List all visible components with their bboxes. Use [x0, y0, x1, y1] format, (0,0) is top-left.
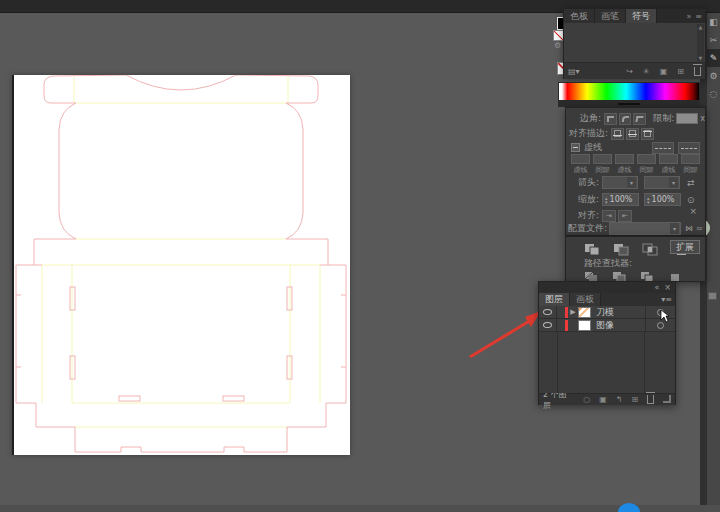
dash-preset-2-button[interactable] — [678, 142, 700, 154]
visibility-eye-icon[interactable] — [543, 322, 552, 328]
dashed-line-label: 虚线 — [584, 141, 602, 154]
arrowhead-end-dropdown[interactable]: ▾ — [644, 176, 680, 189]
layers-panel: « × 图层 画板 ▾≡ ▶ 刀模 图像 2 个图层 ○ ▣ ↰ ⊞ — [538, 281, 676, 405]
mouse-cursor — [660, 309, 670, 323]
resize-grip[interactable] — [663, 395, 671, 403]
swatch-panel-icon[interactable]: ◧ — [707, 13, 720, 31]
brush-panel-icon[interactable]: ✎ — [707, 49, 720, 67]
layer-thumbnail[interactable] — [578, 307, 591, 318]
new-sublayer-icon[interactable]: ↰ — [616, 395, 623, 404]
expand-button[interactable]: 扩展 — [670, 240, 700, 254]
pathfinder-panel: 扩展 路径查找器: — [565, 236, 706, 282]
stroke-panel: 边角: 限制: x 对齐描边: 虚线 虚线 间隙 虚线 间隙 虚线 间隙 箭头: — [565, 107, 706, 236]
close-icon[interactable]: × — [664, 283, 671, 292]
align-stroke-label: 对齐描边: — [569, 127, 608, 140]
layers-titlebar: « × — [539, 282, 675, 293]
dash-preset-1-button[interactable] — [652, 142, 674, 154]
layer-name[interactable]: 刀模 — [596, 306, 645, 319]
color-spectrum[interactable] — [558, 82, 700, 101]
symbols-footer: ▤▾ ↪ ✳ ▣ ⊞ — [564, 62, 705, 79]
dash-field-label: 虚线 — [571, 165, 590, 175]
arrowhead-start-dropdown[interactable]: ▾ — [602, 176, 638, 189]
dash-input-2[interactable] — [615, 154, 634, 164]
dash-field-label: 间隙 — [681, 165, 700, 175]
link-scale-icon[interactable]: ⊙ — [687, 195, 695, 205]
align-stroke-center-button[interactable] — [611, 128, 624, 140]
intersect-shape-icon[interactable] — [642, 243, 658, 256]
align-arrow-label: 对齐: — [578, 209, 599, 222]
align-arrow-end-button[interactable]: ⇤ — [618, 210, 632, 222]
gap-input-1[interactable] — [593, 154, 612, 164]
layers-statusbar: 2 个图层 ○ ▣ ↰ ⊞ — [539, 393, 675, 405]
gap-input-3[interactable] — [681, 154, 700, 164]
symbols-list[interactable]: ▲ ▼ — [564, 23, 705, 62]
scroll-down-icon[interactable]: ▼ — [699, 55, 703, 61]
collapse-icon[interactable]: « — [654, 283, 659, 292]
dash-field-label: 间隙 — [637, 165, 656, 175]
status-bar — [0, 505, 720, 512]
symbol-options-icon[interactable]: ▣ — [660, 67, 668, 76]
scroll-up-icon[interactable]: ▲ — [699, 24, 703, 30]
align-arrow-tip-button[interactable]: ⇥ — [602, 210, 616, 222]
gear-icon: ⚙ — [554, 41, 561, 50]
break-link-icon[interactable]: ✳ — [643, 67, 650, 76]
align-stroke-inside-button[interactable] — [626, 128, 639, 140]
profile-dropdown[interactable]: ▾ — [609, 222, 681, 235]
arrow-scale-start-stepper[interactable]: ▴▾100% — [602, 193, 639, 206]
arrow-scale-end-stepper[interactable]: ▴▾100% — [644, 193, 681, 206]
panel-tabs: 色板 画笔 符号 » ≡ — [564, 9, 705, 23]
layer-row-image[interactable]: 图像 — [539, 319, 675, 332]
collapsed-panel-icon[interactable] — [708, 292, 717, 300]
panel-group-symbols: 色板 画笔 符号 » ≡ ▲ ▼ ▤▾ ↪ ✳ ▣ ⊞ — [563, 8, 706, 79]
miter-join-button[interactable] — [604, 113, 617, 125]
gear-panel-icon[interactable]: ⚙ — [707, 67, 720, 85]
layer-name[interactable]: 图像 — [596, 319, 645, 332]
dash-field-label: 虚线 — [659, 165, 678, 175]
corner-label: 边角: — [580, 112, 601, 125]
dashed-line-checkbox[interactable] — [571, 143, 580, 152]
panel-menu-icon[interactable]: ≡ — [695, 12, 702, 21]
flip-across-icon[interactable]: ⋈ — [685, 224, 693, 233]
place-symbol-icon[interactable]: ↪ — [626, 67, 633, 76]
minus-front-shape-icon[interactable] — [613, 243, 629, 256]
layer-thumbnail[interactable] — [578, 320, 591, 331]
clipping-mask-icon[interactable]: ▣ — [599, 395, 607, 404]
unite-shape-icon[interactable] — [584, 243, 600, 256]
expand-caret-icon[interactable]: ▶ — [568, 308, 578, 316]
miter-limit-input[interactable] — [676, 113, 698, 124]
gap-input-2[interactable] — [637, 154, 656, 164]
tab-layers[interactable]: 图层 — [539, 293, 570, 306]
limit-label: 限制: — [653, 112, 674, 125]
layer-row-diecut[interactable]: ▶ 刀模 — [539, 306, 675, 319]
delete-layer-icon[interactable] — [647, 395, 654, 404]
arrowheads-label: 箭头: — [578, 176, 599, 189]
bevel-join-button[interactable] — [633, 113, 646, 125]
tab-swatches[interactable]: 色板 — [564, 9, 595, 23]
tab-symbols[interactable]: 符号 — [626, 9, 657, 23]
close-icon[interactable]: × — [689, 206, 697, 216]
locate-object-icon[interactable]: ○ — [583, 395, 590, 404]
round-join-button[interactable] — [619, 113, 632, 125]
dash-input-3[interactable] — [659, 154, 678, 164]
align-stroke-outside-button[interactable] — [641, 128, 654, 140]
symbols-scrollbar[interactable]: ▲ ▼ — [697, 24, 704, 61]
symbol-libraries-icon[interactable]: ▤▾ — [568, 67, 580, 76]
flip-along-icon[interactable]: ≈ — [696, 224, 703, 233]
new-symbol-icon[interactable]: ⊞ — [677, 67, 684, 76]
visibility-eye-icon[interactable] — [543, 309, 552, 315]
layer-color-bar — [565, 320, 568, 331]
swap-arrowheads-icon[interactable]: ⇄ — [687, 178, 695, 188]
dash-input-1[interactable] — [571, 154, 590, 164]
scissors-tool-icon[interactable]: ✂ — [707, 31, 720, 49]
panel-dock: ◧ ✂ ✎ ⚙ ◌ — [707, 13, 720, 505]
tab-artboards[interactable]: 画板 — [570, 293, 601, 306]
artboard[interactable] — [12, 75, 350, 455]
delete-symbol-icon[interactable] — [694, 67, 701, 76]
scale-label: 缩放: — [578, 193, 599, 206]
circle-panel-icon[interactable]: ◌ — [707, 85, 720, 103]
panel-menu-icon[interactable]: ▾≡ — [661, 295, 672, 304]
new-layer-icon[interactable]: ⊞ — [631, 395, 638, 404]
tab-brushes[interactable]: 画笔 — [595, 9, 626, 23]
dash-field-label: 间隙 — [593, 165, 612, 175]
collapse-panel-icon[interactable]: » — [686, 12, 691, 21]
